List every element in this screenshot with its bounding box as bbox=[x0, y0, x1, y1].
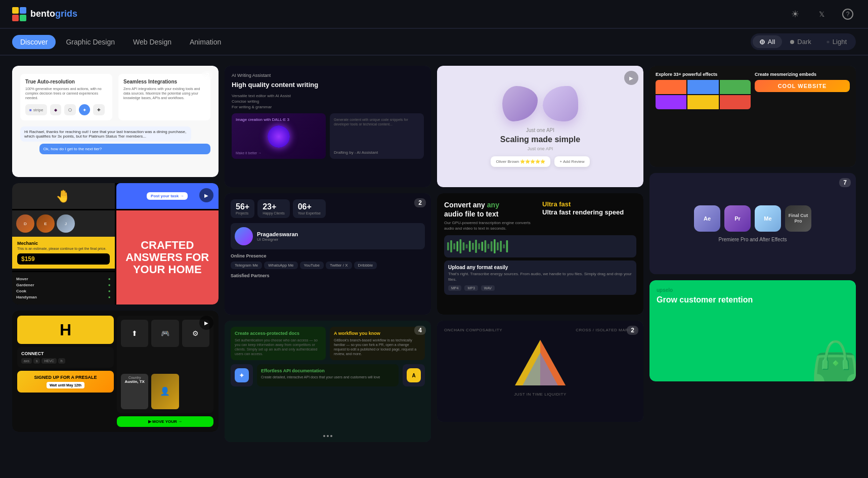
connect-label: CONNECT bbox=[21, 351, 110, 356]
card-crypto[interactable]: ▶ H CONNECT axs s HEVC h SIGNED UP FOR A… bbox=[12, 311, 219, 432]
svg-rect-10 bbox=[475, 240, 477, 253]
play-button[interactable]: ▶ bbox=[199, 188, 213, 202]
card-effects[interactable]: Explore 33+ powerful effects Create mesm… bbox=[649, 66, 856, 167]
card-defi[interactable]: 2 ONCHAIN COMPOSABILITY CROSS / ISOLATED… bbox=[437, 321, 643, 422]
card-3d-abstract[interactable]: ▶ Just one API Scaling made simple Just … bbox=[437, 66, 643, 187]
purple-orb bbox=[268, 125, 290, 148]
gitbook-logo: ✦ bbox=[235, 368, 249, 382]
content-grid: 2 True Auto-resolution 100% generative r… bbox=[0, 56, 868, 452]
twitter-icon: 𝕏 bbox=[819, 10, 824, 18]
people-section: D E J Mechanic This is an estimate, plea… bbox=[12, 210, 115, 270]
light-icon: ○ bbox=[827, 39, 830, 45]
svg-rect-20 bbox=[506, 240, 508, 252]
dot-3 bbox=[330, 435, 332, 437]
crafted-text: CRAFTED ANSWERS FOR YOUR HOME bbox=[116, 210, 219, 305]
question-icon: ? bbox=[842, 9, 853, 20]
svg-rect-12 bbox=[481, 242, 483, 251]
sun-icon-button[interactable]: ☀ bbox=[787, 6, 803, 22]
card-marketing[interactable]: upselo Grow customer retention 👜 bbox=[649, 280, 856, 381]
tab-graphic-design[interactable]: Graphic Design bbox=[58, 35, 123, 49]
post-task-btn: Post your task → bbox=[147, 192, 188, 200]
audio-convert-section: Convert any any audio file to text Our G… bbox=[444, 200, 538, 231]
social-youtube[interactable]: YouTube bbox=[300, 262, 324, 269]
audio-desc: Our GPU-powered transcription engine con… bbox=[444, 221, 538, 231]
tab-web-design[interactable]: Web Design bbox=[125, 35, 180, 49]
card-audio-inner: Convert any any audio file to text Our G… bbox=[437, 193, 643, 315]
dark-dot bbox=[790, 40, 794, 44]
svg-rect-2 bbox=[450, 240, 452, 252]
workflow-title: A workflow you know bbox=[334, 331, 421, 336]
svg-rect-14 bbox=[488, 244, 490, 249]
openapi-logo: A bbox=[407, 368, 421, 382]
effect-yellow bbox=[687, 95, 718, 109]
website-preview-box: COOL WEBSITE bbox=[755, 80, 850, 92]
drafting-label: Drafting by - AI Assistant bbox=[334, 150, 420, 155]
mechanic-label: Mechanic bbox=[17, 241, 110, 246]
person-3-avatar: J bbox=[57, 214, 75, 233]
card-saas-inner: 2 True Auto-resolution 100% generative r… bbox=[12, 66, 219, 177]
card-saas-title1: True Auto-resolution bbox=[25, 79, 107, 84]
theme-dark-button[interactable]: Dark bbox=[783, 35, 818, 48]
card-defi-inner: 2 ONCHAIN COMPOSABILITY CROSS / ISOLATED… bbox=[437, 321, 643, 422]
social-dribbble[interactable]: Dribbble bbox=[354, 262, 377, 269]
svg-rect-9 bbox=[472, 243, 474, 250]
website-label: COOL WEBSITE bbox=[758, 83, 847, 89]
theme-toggle: All Dark ○ Light bbox=[751, 33, 856, 50]
stat-clients: 23+ Happy Clients bbox=[257, 199, 290, 218]
crypto-play-button[interactable]: ▶ bbox=[199, 316, 213, 330]
upload-label: Upload any format easily bbox=[448, 265, 632, 270]
help-icon-button[interactable]: ? bbox=[840, 6, 856, 22]
abstract-play-button[interactable]: ▶ bbox=[624, 71, 638, 85]
drafting-card: Generate content with unique code snippe… bbox=[330, 113, 424, 159]
app-logo[interactable]: bentogrids bbox=[12, 7, 77, 21]
card-saas-integrations[interactable]: 2 True Auto-resolution 100% generative r… bbox=[12, 66, 219, 177]
speed-label: Ultra fast Ultra fast rendering speed bbox=[542, 200, 636, 216]
card-video-apps[interactable]: 7 Ae Pr Me Final Cut Pro Premiere Pro an… bbox=[649, 173, 856, 274]
marketing-brand: upselo bbox=[657, 287, 849, 293]
card-crypto-inner: ▶ H CONNECT axs s HEVC h SIGNED UP FOR A… bbox=[12, 311, 219, 432]
header-icons: ☀ 𝕏 ? bbox=[787, 6, 856, 22]
tab-discover[interactable]: Discover bbox=[12, 35, 56, 49]
twitter-icon-button[interactable]: 𝕏 bbox=[813, 6, 830, 22]
gitbook-top: Create access-protected docs Set authent… bbox=[231, 327, 425, 360]
svg-rect-8 bbox=[469, 241, 471, 252]
access-protected: Create access-protected docs Set authent… bbox=[231, 327, 326, 360]
social-telegram[interactable]: Telegram Me bbox=[231, 262, 262, 269]
price-label: $159 bbox=[17, 253, 110, 265]
format-wav: WAV bbox=[481, 285, 495, 291]
card-video-inner: 7 Ae Pr Me Final Cut Pro Premiere Pro an… bbox=[649, 173, 856, 274]
avatar-cell: 👤 bbox=[151, 374, 179, 409]
app-icons-row: Ae Pr Me Final Cut Pro bbox=[694, 205, 811, 232]
theme-light-button[interactable]: ○ Light bbox=[819, 35, 854, 48]
waveform-container bbox=[444, 235, 636, 257]
svg-rect-5 bbox=[460, 239, 462, 253]
hand-cell: 🤚 bbox=[12, 183, 115, 209]
dots-menu[interactable] bbox=[323, 435, 332, 437]
icon-cell-1: ⬆ bbox=[121, 320, 148, 347]
blob-shape-2 bbox=[543, 86, 578, 121]
video-badge: 7 bbox=[839, 178, 851, 187]
just-one-api: Just one API bbox=[500, 127, 580, 133]
card-portfolio[interactable]: 2 56+ Projects 23+ Happy Clients 06+ You… bbox=[225, 193, 431, 315]
card-freelance[interactable]: ▶ 🤚 Post your task → D E J Mechanic This… bbox=[12, 183, 219, 305]
all-icon bbox=[760, 39, 765, 45]
theme-all-button[interactable]: All bbox=[753, 35, 782, 48]
dot-1 bbox=[323, 435, 325, 437]
card-audio-converter[interactable]: Convert any any audio file to text Our G… bbox=[437, 193, 643, 315]
person-2-avatar: E bbox=[36, 214, 55, 233]
tab-animation[interactable]: Animation bbox=[182, 35, 229, 49]
service-gardener: Gardener● bbox=[16, 283, 111, 287]
logo-text: bentogrids bbox=[30, 9, 77, 19]
svg-rect-3 bbox=[453, 243, 455, 249]
h-button: H bbox=[17, 316, 114, 344]
wait-text: Wait until May 12th bbox=[47, 382, 84, 388]
social-whatsapp[interactable]: WhatsApp Me bbox=[264, 262, 297, 269]
workflow-desc: GitBook's branch-based workflow is as te… bbox=[334, 338, 421, 356]
scaling-title: Scaling made simple bbox=[500, 135, 580, 144]
card-ai-content[interactable]: AI Writing Assistant High quality conten… bbox=[225, 66, 431, 187]
service-cook: Cook● bbox=[16, 289, 111, 293]
card-gitbook[interactable]: 4 Create access-protected docs Set authe… bbox=[225, 321, 431, 442]
upload-desc: That's right. Transcribe energy sources.… bbox=[448, 272, 632, 282]
social-twitter[interactable]: Twitter / X bbox=[326, 262, 352, 269]
card-saas-logos: ■stripe ◆ ⬡ ✦ ✚ bbox=[25, 104, 107, 115]
